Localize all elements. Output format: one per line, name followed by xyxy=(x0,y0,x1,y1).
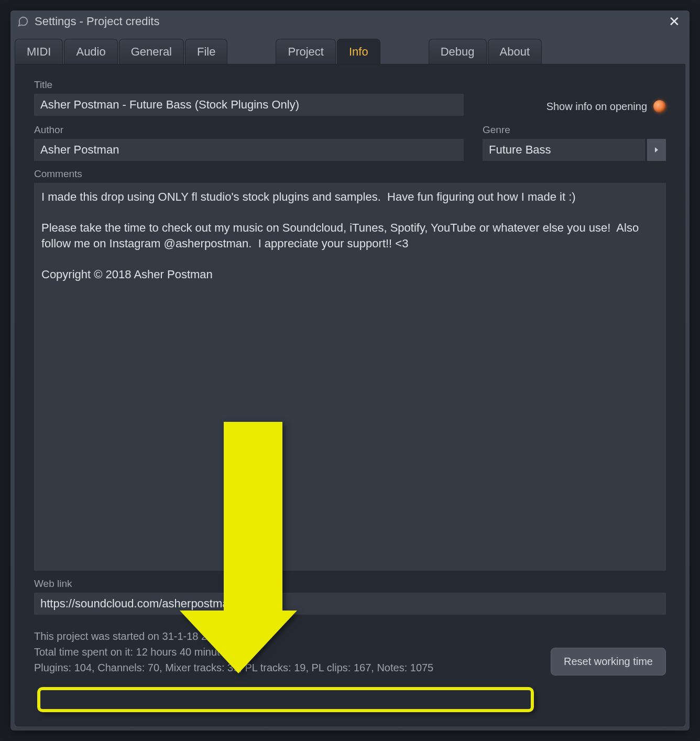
comments-textarea[interactable] xyxy=(34,183,666,571)
tab-info[interactable]: Info xyxy=(337,39,380,64)
tab-midi[interactable]: MIDI xyxy=(15,39,63,64)
genre-label: Genre xyxy=(483,124,666,136)
project-stats-text: This project was started on 31-1-18 21:1… xyxy=(34,628,433,675)
tab-project[interactable]: Project xyxy=(276,39,335,64)
tab-general[interactable]: General xyxy=(119,39,184,64)
tab-about[interactable]: About xyxy=(488,39,542,64)
annotation-highlight-box xyxy=(37,687,534,712)
comments-label: Comments xyxy=(34,168,666,180)
weblink-label: Web link xyxy=(34,578,666,590)
author-input[interactable] xyxy=(34,139,464,161)
tab-debug[interactable]: Debug xyxy=(429,39,487,64)
window-title: Settings - Project credits xyxy=(35,15,665,28)
comment-icon xyxy=(17,15,29,28)
settings-window: Settings - Project credits ✕ MIDI Audio … xyxy=(10,10,690,731)
tab-file[interactable]: File xyxy=(185,39,227,64)
genre-dropdown-button[interactable] xyxy=(647,139,666,161)
author-label: Author xyxy=(34,124,464,136)
show-info-toggle[interactable] xyxy=(653,100,666,113)
title-input[interactable] xyxy=(34,94,464,116)
tab-audio[interactable]: Audio xyxy=(64,39,117,64)
close-icon[interactable]: ✕ xyxy=(665,15,683,28)
reset-working-time-button[interactable]: Reset working time xyxy=(551,648,666,675)
time-line: Total time spent on it: 12 hours 40 minu… xyxy=(34,644,433,660)
stats-line: Plugins: 104, Channels: 70, Mixer tracks… xyxy=(34,660,433,675)
title-label: Title xyxy=(34,79,464,91)
weblink-input[interactable] xyxy=(34,593,666,615)
started-line: This project was started on 31-1-18 21:1… xyxy=(34,628,433,644)
genre-input[interactable] xyxy=(483,139,645,161)
tab-bar: MIDI Audio General File Project Info Deb… xyxy=(10,32,690,64)
titlebar: Settings - Project credits ✕ xyxy=(10,10,690,32)
content-panel: Title Show info on opening Author Genre xyxy=(15,64,685,726)
show-info-label: Show info on opening xyxy=(546,101,647,113)
